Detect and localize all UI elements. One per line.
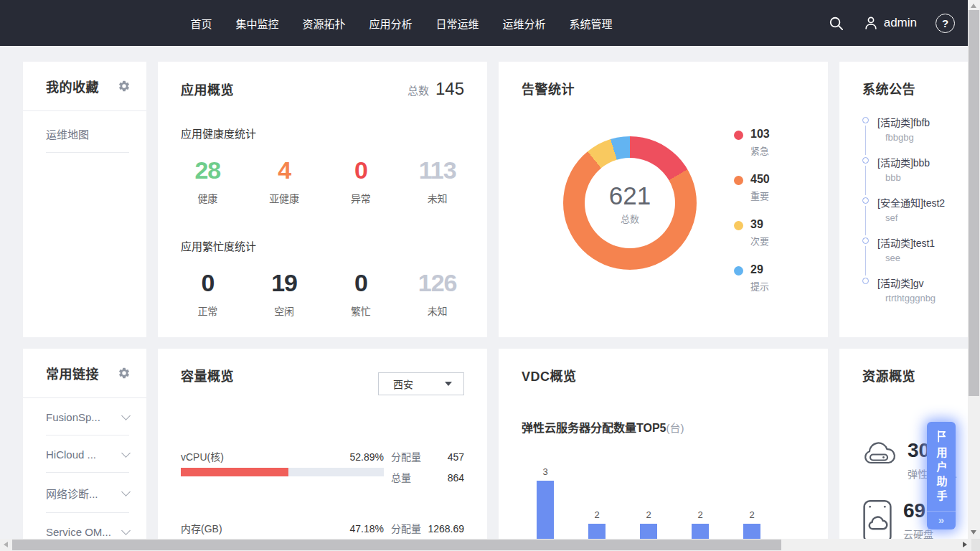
nav-item-ops-analysis[interactable]: 运维分析 — [503, 16, 546, 31]
gear-icon[interactable] — [118, 80, 131, 93]
app-overview-header: 应用概览 总数 145 — [158, 62, 487, 99]
vdc-bar-group: 2 — [640, 509, 657, 539]
scroll-down-arrow[interactable] — [971, 530, 976, 534]
region-select-value: 西安 — [393, 377, 445, 391]
scroll-left-arrow[interactable] — [4, 542, 8, 547]
top-navbar: 首页 集中监控 资源拓扑 应用分析 日常运维 运维分析 系统管理 admin ? — [0, 0, 968, 46]
link-item-hicloud[interactable]: HiCloud ... — [46, 435, 129, 473]
capacity-metric: 内存(GB)47.18% 分配量1268.69 总量2689.07 — [181, 521, 464, 539]
links-header: 常用链接 — [23, 349, 146, 398]
app-total-label: 总数 — [407, 83, 429, 98]
health-stat: 0异常 — [323, 156, 400, 205]
busy-stat: 19空闲 — [246, 269, 323, 318]
double-chevron-icon[interactable]: » — [927, 511, 956, 529]
capacity-card: 容量概览 西安 vCPU(核)52.89% 分配量457 总量864 内存(GB… — [158, 349, 487, 539]
alarm-title: 告警统计 — [522, 79, 575, 98]
app-total-value: 145 — [435, 79, 464, 99]
nav-item-monitoring[interactable]: 集中监控 — [235, 16, 278, 31]
help-icon[interactable]: ? — [936, 14, 955, 33]
vdc-bar-group: 2 — [588, 509, 606, 539]
chevron-down-icon — [121, 487, 131, 496]
vdc-bar-group: 3 — [537, 466, 554, 539]
gear-icon[interactable] — [118, 367, 131, 380]
vertical-scrollbar[interactable] — [968, 0, 980, 539]
resources-header: 资源概览 — [839, 349, 968, 385]
alarm-card: 告警统计 621 总数 103紧急 450重要 39次要 29提示 — [499, 62, 828, 337]
announcement-item[interactable]: [安全通知]test2sef — [862, 195, 968, 235]
alarm-donut-chart: 621 总数 — [563, 136, 697, 270]
chevron-down-icon — [121, 526, 131, 535]
cloud-disk-icon — [862, 499, 892, 539]
username: admin — [884, 16, 917, 30]
timeline-dot-icon — [862, 117, 869, 123]
nav-item-system-mgmt[interactable]: 系统管理 — [570, 16, 613, 31]
announcement-item[interactable]: [活动类]bbbbbb — [862, 155, 968, 195]
busy-stat: 0繁忙 — [323, 269, 400, 318]
busy-stat: 0正常 — [169, 269, 246, 318]
favorites-card: 我的收藏 运维地图 — [23, 62, 146, 337]
scroll-up-arrow[interactable] — [971, 4, 976, 8]
vdc-bar — [743, 524, 760, 539]
vdc-bar-group: 2 — [743, 509, 760, 539]
announcements-timeline: [活动类]fbfbfbbgbg [活动类]bbbbbb [安全通知]test2s… — [862, 115, 968, 316]
horizontal-scrollbar[interactable] — [0, 539, 980, 551]
region-select[interactable]: 西安 — [378, 372, 464, 395]
nav-item-topology[interactable]: 资源拓扑 — [302, 16, 345, 31]
scroll-right-arrow[interactable] — [963, 542, 967, 547]
legend-dot-critical — [734, 131, 743, 140]
user-icon — [863, 15, 879, 31]
nav-item-daily-ops[interactable]: 日常运维 — [436, 16, 479, 31]
announcements-header: 系统公告 — [839, 62, 968, 98]
legend-dot-minor — [734, 221, 743, 230]
busy-stat: 126未知 — [399, 269, 476, 318]
vdc-bar — [640, 524, 657, 539]
announcements-card: 系统公告 [活动类]fbfbfbbgbg [活动类]bbbbbb [安全通知]t… — [839, 62, 968, 337]
vdc-bar — [588, 524, 606, 539]
announcement-item[interactable]: [活动类]fbfbfbbgbg — [862, 115, 968, 155]
alarm-donut-center: 621 总数 — [585, 158, 675, 248]
alarm-total-label: 总数 — [621, 212, 639, 225]
user-assistant-button[interactable]: 用户助手 » — [927, 422, 956, 529]
nav-item-home[interactable]: 首页 — [190, 16, 212, 31]
health-stats-row: 28健康 4亚健康 0异常 113未知 — [158, 156, 487, 205]
help-glyph: ? — [942, 17, 948, 29]
legend-dot-major — [734, 176, 743, 185]
vertical-scroll-thumb[interactable] — [969, 10, 979, 396]
capacity-metric: vCPU(核)52.89% 分配量457 总量864 — [181, 449, 464, 484]
favorite-item-ops-map[interactable]: 运维地图 — [46, 111, 129, 153]
legend-item: 39次要 — [734, 218, 770, 248]
nav-item-app-analysis[interactable]: 应用分析 — [369, 16, 412, 31]
timeline-dot-icon — [862, 157, 869, 164]
chevron-down-icon — [121, 448, 131, 458]
busy-section-label: 应用繁忙度统计 — [181, 238, 487, 253]
legend-item: 103紧急 — [734, 128, 770, 157]
health-section-label: 应用健康度统计 — [181, 126, 487, 141]
flag-icon — [935, 429, 948, 443]
nav-right: admin ? — [828, 0, 955, 46]
announcement-item[interactable]: [活动类]gvrtrthtgggnbg — [862, 276, 968, 316]
alarm-legend: 103紧急 450重要 39次要 29提示 — [734, 128, 770, 309]
link-item-fusionsphere[interactable]: FusionSp... — [46, 398, 129, 435]
alarm-total-value: 621 — [609, 182, 651, 210]
vdc-bar-group: 2 — [692, 509, 709, 539]
user-menu[interactable]: admin — [863, 15, 917, 31]
legend-dot-info — [734, 266, 743, 276]
legend-item: 450重要 — [734, 173, 770, 202]
horizontal-scroll-thumb[interactable] — [12, 540, 781, 550]
legend-item: 29提示 — [734, 263, 770, 293]
search-icon[interactable] — [828, 15, 844, 32]
caret-down-icon — [445, 382, 452, 386]
capacity-title: 容量概览 — [181, 366, 234, 385]
link-item-service-om[interactable]: Service OM... — [46, 513, 129, 539]
assistant-label: 用户助手 — [934, 447, 949, 511]
link-item-network-diag[interactable]: 网络诊断... — [46, 473, 129, 513]
app-overview-title: 应用概览 — [181, 80, 234, 98]
announcements-title: 系统公告 — [862, 79, 915, 98]
health-stat: 28健康 — [169, 156, 246, 205]
timeline-dot-icon — [862, 278, 869, 284]
timeline-dot-icon — [862, 197, 869, 204]
dashboard-page: 首页 集中监控 资源拓扑 应用分析 日常运维 运维分析 系统管理 admin ?… — [0, 0, 980, 551]
announcement-item[interactable]: [活动类]test1see — [862, 235, 968, 276]
timeline-dot-icon — [862, 237, 869, 244]
vdc-bar — [537, 481, 554, 539]
